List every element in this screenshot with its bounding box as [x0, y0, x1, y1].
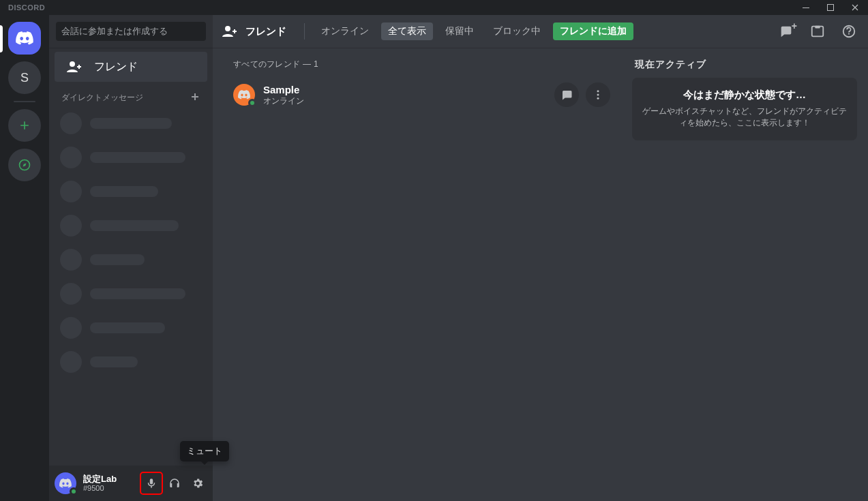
- app-logo-text: DISCORD: [8, 3, 45, 12]
- compass-icon: [15, 158, 34, 172]
- svg-rect-4: [815, 26, 820, 29]
- topbar-title: フレンド: [245, 25, 286, 38]
- tab-blocked[interactable]: ブロック中: [486, 22, 548, 40]
- user-panel: ミュート 設定Lab #9500: [49, 466, 213, 501]
- svg-rect-1: [828, 5, 834, 11]
- tab-add-friend[interactable]: フレンドに追加: [553, 22, 633, 40]
- titlebar: DISCORD: [0, 0, 868, 15]
- user-name: 設定Lab: [83, 474, 138, 484]
- find-conversation-placeholder: 会話に参加または作成する: [61, 25, 168, 37]
- inbox-icon: [810, 24, 825, 39]
- new-group-dm-button[interactable]: +: [777, 22, 796, 41]
- svg-point-8: [597, 97, 599, 100]
- help-icon: [841, 24, 856, 39]
- friend-name: Sample: [263, 84, 546, 96]
- activity-empty-title: 今はまだ静かな状態です…: [642, 89, 848, 102]
- find-conversation-input[interactable]: 会話に参加または作成する: [56, 22, 206, 41]
- add-server-button[interactable]: [8, 109, 41, 142]
- server-list: S: [0, 15, 49, 501]
- more-vertical-icon: [592, 89, 604, 101]
- discord-logo-icon: [237, 90, 251, 100]
- activity-empty-subtitle: ゲームやボイスチャットなど、フレンドがアクティビティを始めたら、ここに表示します…: [642, 106, 848, 130]
- friends-list: すべてのフレンド — 1 Sample オンライン: [213, 48, 624, 501]
- gear-icon: [192, 477, 204, 489]
- mute-tooltip: ミュート: [180, 441, 229, 461]
- server-item[interactable]: S: [8, 61, 41, 94]
- sidebar-friends-tab[interactable]: フレンド: [55, 52, 207, 82]
- topbar-divider: [304, 23, 305, 40]
- user-settings-button[interactable]: [187, 472, 209, 494]
- svg-point-7: [597, 94, 599, 96]
- svg-rect-0: [803, 7, 809, 8]
- plus-icon: [190, 91, 200, 102]
- discord-logo-icon: [59, 479, 72, 488]
- content-area: フレンド オンライン 全て表示 保留中 ブロック中 フレンドに追加 +: [213, 15, 868, 501]
- user-avatar[interactable]: [55, 472, 76, 494]
- activity-sidebar: 現在アクティブ 今はまだ静かな状態です… ゲームやボイスチャットなど、フレンドが…: [624, 48, 868, 501]
- friends-icon: [67, 61, 83, 72]
- window-minimize-button[interactable]: [798, 0, 813, 15]
- user-name-block[interactable]: 設定Lab #9500: [83, 474, 138, 492]
- status-indicator-online: [248, 99, 256, 107]
- dm-list-placeholder: [49, 108, 213, 377]
- friends-icon: [222, 26, 239, 37]
- dm-section-header: ダイレクトメッセージ: [61, 92, 143, 104]
- headphones-icon: [168, 477, 181, 489]
- window-close-button[interactable]: [848, 0, 863, 15]
- user-discriminator: #9500: [83, 484, 138, 492]
- friend-status: オンライン: [263, 96, 546, 106]
- inbox-button[interactable]: [808, 22, 827, 41]
- microphone-icon: [145, 477, 158, 489]
- sidebar-friends-label: フレンド: [94, 60, 138, 74]
- activity-empty-card: 今はまだ静かな状態です… ゲームやボイスチャットなど、フレンドがアクティビティを…: [632, 78, 857, 140]
- mute-button[interactable]: [140, 472, 162, 494]
- create-dm-button[interactable]: [190, 91, 200, 104]
- svg-point-6: [597, 90, 599, 92]
- topbar: フレンド オンライン 全て表示 保留中 ブロック中 フレンドに追加 +: [213, 15, 868, 48]
- home-button[interactable]: [8, 22, 41, 55]
- status-indicator-online: [70, 487, 78, 496]
- friend-row[interactable]: Sample オンライン: [233, 78, 610, 111]
- friends-list-header: すべてのフレンド — 1: [233, 59, 610, 70]
- tab-online[interactable]: オンライン: [314, 22, 376, 40]
- friend-avatar: [233, 84, 255, 106]
- explore-servers-button[interactable]: [8, 149, 41, 181]
- activity-header: 現在アクティブ: [635, 59, 857, 71]
- deafen-button[interactable]: [164, 472, 185, 494]
- window-maximize-button[interactable]: [823, 0, 838, 15]
- tab-all[interactable]: 全て表示: [381, 22, 433, 40]
- help-button[interactable]: [839, 22, 858, 41]
- plus-icon: [15, 119, 34, 132]
- discord-logo-icon: [15, 31, 34, 45]
- server-letter: S: [20, 71, 29, 85]
- server-list-divider: [14, 101, 35, 102]
- dm-sidebar: 会話に参加または作成する フレンド ダイレクトメッセージ: [49, 15, 213, 501]
- friend-message-button[interactable]: [554, 82, 579, 107]
- friend-more-button[interactable]: [586, 82, 610, 107]
- message-icon: [560, 89, 573, 101]
- tab-pending[interactable]: 保留中: [438, 22, 481, 40]
- server-selected-pill: [0, 25, 3, 52]
